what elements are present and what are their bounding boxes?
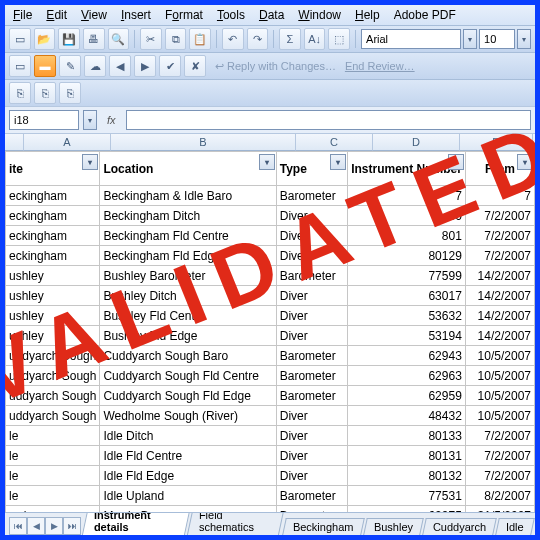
col-head-b[interactable]: B: [111, 134, 296, 151]
col-head-d[interactable]: D: [373, 134, 460, 151]
copy-icon[interactable]: ⧉: [165, 28, 187, 50]
worksheet-grid: A B C D E ite▾ Location▾ Type▾ Instrumen…: [5, 134, 535, 540]
table-row[interactable]: ushleyBushley Fld CentreDiver5363214/2/2…: [6, 306, 535, 326]
header-instrument-number[interactable]: Instrument Number▾: [348, 152, 466, 186]
pdf3-icon[interactable]: ⎘: [59, 82, 81, 104]
name-box[interactable]: [9, 110, 79, 130]
menu-window[interactable]: Window: [298, 8, 341, 22]
highlight-icon[interactable]: ▬: [34, 55, 56, 77]
sheet-tabs: ⏮ ◀ ▶ ⏭ Instrument details Field schemat…: [5, 512, 535, 535]
menubar: FFileile Edit View Insert Format Tools D…: [5, 5, 535, 25]
col-head-e[interactable]: E: [460, 134, 533, 151]
comment-icon[interactable]: ✎: [59, 55, 81, 77]
menu-adobe-pdf[interactable]: Adobe PDF: [394, 8, 456, 22]
select-all-corner[interactable]: [5, 134, 24, 151]
toolbar-standard: ▭ 📂 💾 🖶 🔍 ✂ ⧉ 📋 ↶ ↷ Σ A↓ ⬚ ▾ ▾: [5, 25, 535, 52]
reply-changes[interactable]: ↩ Reply with Changes…: [215, 60, 336, 73]
header-location[interactable]: Location▾: [100, 152, 276, 186]
pdf2-icon[interactable]: ⎘: [34, 82, 56, 104]
table-row[interactable]: uddyarch SoughWedholme Sough (River)Dive…: [6, 406, 535, 426]
redo-icon[interactable]: ↷: [247, 28, 269, 50]
table-row[interactable]: eckinghamBeckingham & Idle BaroBarometer…: [6, 186, 535, 206]
data-table: ite▾ Location▾ Type▾ Instrument Number▾ …: [5, 151, 535, 540]
menu-data[interactable]: Data: [259, 8, 284, 22]
tab-last-icon[interactable]: ⏭: [63, 517, 81, 535]
balloon-icon[interactable]: ☁: [84, 55, 106, 77]
tab-beckingham[interactable]: Beckingham: [283, 518, 365, 535]
table-row[interactable]: uddyarch SoughCuddyarch Sough BaroBarome…: [6, 346, 535, 366]
toolbar-reviewing: ▭ ▬ ✎ ☁ ◀ ▶ ✔ ✘ ↩ Reply with Changes… En…: [5, 52, 535, 79]
filter-icon[interactable]: ▾: [330, 154, 346, 170]
tab-idle[interactable]: Idle: [495, 518, 534, 535]
col-head-a[interactable]: A: [24, 134, 111, 151]
table-row[interactable]: uddyarch SoughCuddyarch Sough Fld Centre…: [6, 366, 535, 386]
tab-prev-icon[interactable]: ◀: [27, 517, 45, 535]
header-type[interactable]: Type▾: [276, 152, 347, 186]
table-row[interactable]: ushleyBushley DitchDiver6301714/2/2007: [6, 286, 535, 306]
end-review[interactable]: End Review…: [345, 60, 415, 72]
paste-icon[interactable]: 📋: [189, 28, 211, 50]
header-site[interactable]: ite▾: [6, 152, 100, 186]
tab-bushley[interactable]: Bushley: [363, 518, 424, 535]
accept-icon[interactable]: ✔: [159, 55, 181, 77]
filter-icon[interactable]: ▾: [448, 154, 464, 170]
table-row[interactable]: uddyarch SoughCuddyarch Sough Fld EdgeBa…: [6, 386, 535, 406]
name-box-dropdown-icon[interactable]: ▾: [83, 110, 97, 130]
formula-bar[interactable]: [126, 110, 531, 130]
table-row[interactable]: eckinghamBeckingham Fld CentreDiver8017/…: [6, 226, 535, 246]
preview-icon[interactable]: 🔍: [108, 28, 130, 50]
tool-icon[interactable]: ▭: [9, 55, 31, 77]
menu-format[interactable]: Format: [165, 8, 203, 22]
font-size-dropdown-icon[interactable]: ▾: [517, 29, 531, 49]
table-row[interactable]: ushleyBushley BarometerBarometer7759914/…: [6, 266, 535, 286]
font-name-dropdown-icon[interactable]: ▾: [463, 29, 477, 49]
table-row[interactable]: leIdle UplandBarometer775318/2/2007: [6, 486, 535, 506]
filter-icon[interactable]: ▾: [259, 154, 275, 170]
print-icon[interactable]: 🖶: [83, 28, 105, 50]
menu-help[interactable]: Help: [355, 8, 380, 22]
table-row[interactable]: eckinghamBeckingham Fld EdgeDiver801297/…: [6, 246, 535, 266]
reject-icon[interactable]: ✘: [184, 55, 206, 77]
tab-instrument-details[interactable]: Instrument details: [82, 512, 192, 535]
pdf-icon[interactable]: ⎘: [9, 82, 31, 104]
sort-asc-icon[interactable]: A↓: [304, 28, 326, 50]
tab-first-icon[interactable]: ⏮: [9, 517, 27, 535]
chart-icon[interactable]: ⬚: [328, 28, 350, 50]
menu-view[interactable]: View: [81, 8, 107, 22]
table-row[interactable]: leIdle Fld CentreDiver801317/2/2007: [6, 446, 535, 466]
cut-icon[interactable]: ✂: [140, 28, 162, 50]
tab-cuddyarch[interactable]: Cuddyarch: [422, 518, 497, 535]
autosum-icon[interactable]: Σ: [279, 28, 301, 50]
prev-icon[interactable]: ◀: [109, 55, 131, 77]
save-icon[interactable]: 💾: [58, 28, 80, 50]
table-row[interactable]: leIdle Fld EdgeDiver801327/2/2007: [6, 466, 535, 486]
name-box-bar: ▾ fx: [5, 106, 535, 134]
filter-icon[interactable]: ▾: [82, 154, 98, 170]
menu-tools[interactable]: Tools: [217, 8, 245, 22]
menu-edit[interactable]: Edit: [46, 8, 67, 22]
toolbar-pdf: ⎘ ⎘ ⎘: [5, 79, 535, 106]
menu-insert[interactable]: Insert: [121, 8, 151, 22]
tab-next-icon[interactable]: ▶: [45, 517, 63, 535]
table-row[interactable]: eckinghamBeckingham DitchDiver807/2/2007: [6, 206, 535, 226]
header-from[interactable]: From▾: [465, 152, 534, 186]
font-name-input[interactable]: [361, 29, 461, 49]
fx-icon[interactable]: fx: [107, 114, 116, 126]
open-icon[interactable]: 📂: [34, 28, 56, 50]
table-row[interactable]: leIdle DitchDiver801337/2/2007: [6, 426, 535, 446]
next-icon[interactable]: ▶: [134, 55, 156, 77]
col-head-c[interactable]: C: [296, 134, 373, 151]
tab-field-schematics[interactable]: Field schematics: [187, 512, 285, 535]
table-row[interactable]: ushleyBushley Fld EdgeDiver5319414/2/200…: [6, 326, 535, 346]
menu-file[interactable]: FFileile: [13, 8, 32, 22]
filter-icon[interactable]: ▾: [517, 154, 533, 170]
new-icon[interactable]: ▭: [9, 28, 31, 50]
font-size-input[interactable]: [479, 29, 515, 49]
undo-icon[interactable]: ↶: [222, 28, 244, 50]
